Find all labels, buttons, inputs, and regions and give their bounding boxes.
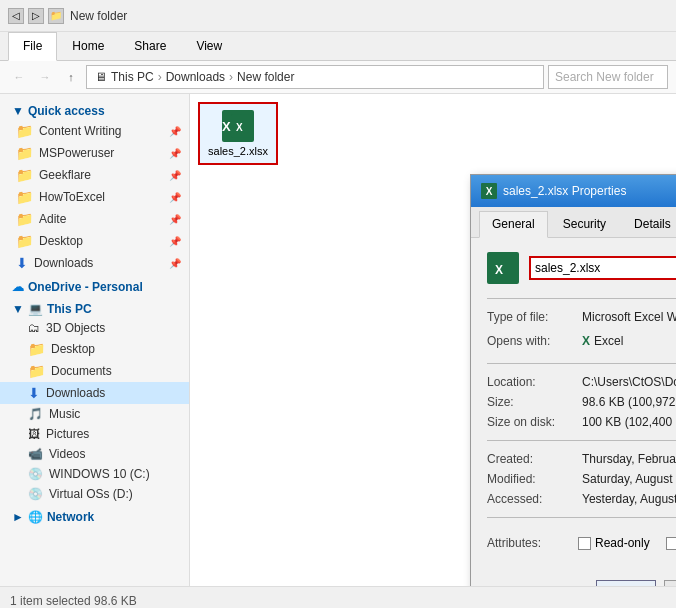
network-icon: 🌐 xyxy=(28,510,43,524)
modified-label: Modified: xyxy=(487,472,582,486)
forward-history-icon[interactable]: ▷ xyxy=(28,8,44,24)
dialog-tab-details[interactable]: Details xyxy=(621,211,676,237)
dialog-tabs: General Security Details Previous Versio… xyxy=(471,207,676,238)
size-row: Size: 98.6 KB (100,972 bytes) xyxy=(487,392,676,412)
sidebar-item-downloads[interactable]: ⬇ Downloads xyxy=(0,382,189,404)
created-value: Thursday, February 8, 2024, 2:36:28 AM xyxy=(582,452,676,466)
search-input[interactable] xyxy=(548,65,668,89)
videos-icon: 📹 xyxy=(28,447,43,461)
quick-access-expand-icon[interactable]: ▼ xyxy=(12,104,24,118)
breadcrumb-newfolder[interactable]: New folder xyxy=(237,70,294,84)
pin-icon: 📌 xyxy=(169,236,181,247)
breadcrumb-downloads[interactable]: Downloads xyxy=(166,70,225,84)
sidebar-item-howtoexcel[interactable]: 📁 HowToExcel 📌 xyxy=(0,186,189,208)
attributes-label: Attributes: xyxy=(487,536,572,550)
sidebar-item-3dobjects[interactable]: 🗂 3D Objects xyxy=(0,318,189,338)
sidebar-item-pictures[interactable]: 🖼 Pictures xyxy=(0,424,189,444)
ok-button[interactable]: OK xyxy=(596,580,656,586)
onedrive-section[interactable]: ☁ OneDrive - Personal xyxy=(0,274,189,296)
dialog-buttons: OK Cancel Apply xyxy=(471,572,676,586)
tab-file[interactable]: File xyxy=(8,32,57,61)
dialog-title-icon: X xyxy=(481,183,497,199)
folder-icon: 📁 xyxy=(16,233,33,249)
folder-icon: 📁 xyxy=(16,145,33,161)
hidden-check-box[interactable] xyxy=(666,537,676,550)
tab-share[interactable]: Share xyxy=(119,32,181,60)
pin-icon: 📌 xyxy=(169,214,181,225)
forward-button[interactable]: → xyxy=(34,66,56,88)
back-history-icon[interactable]: ◁ xyxy=(8,8,24,24)
pin-icon: 📌 xyxy=(169,258,181,269)
hidden-checkbox[interactable]: Hidden xyxy=(666,536,676,550)
ribbon: File Home Share View xyxy=(0,32,676,61)
sidebar-item-virtual-d[interactable]: 💿 Virtual OSs (D:) xyxy=(0,484,189,504)
main-layout: ▼ Quick access 📁 Content Writing 📌 📁 MSP… xyxy=(0,94,676,586)
created-row: Created: Thursday, February 8, 2024, 2:3… xyxy=(487,449,676,469)
size-value: 98.6 KB (100,972 bytes) xyxy=(582,395,676,409)
expand-icon[interactable]: ▼ xyxy=(12,302,24,316)
pin-icon: 📌 xyxy=(169,148,181,159)
sidebar-item-windows-c[interactable]: 💿 WINDOWS 10 (C:) xyxy=(0,464,189,484)
back-button[interactable]: ← xyxy=(8,66,30,88)
folder-icon: 📁 xyxy=(28,341,45,357)
properties-dialog: X sales_2.xlsx Properties ✕ General Secu… xyxy=(470,174,676,586)
sidebar-item-documents[interactable]: 📁 Documents xyxy=(0,360,189,382)
this-pc-section[interactable]: ▼ 💻 This PC xyxy=(0,296,189,318)
cancel-button[interactable]: Cancel xyxy=(664,580,676,586)
dialog-tab-security[interactable]: Security xyxy=(550,211,619,237)
opens-with-value: Excel xyxy=(594,334,676,348)
sidebar-item-downloads-qa[interactable]: ⬇ Downloads 📌 xyxy=(0,252,189,274)
up-button[interactable]: ↑ xyxy=(60,66,82,88)
opens-with-label: Opens with: xyxy=(487,334,582,348)
file-name-input[interactable] xyxy=(529,256,676,280)
sidebar-item-content-writing[interactable]: 📁 Content Writing 📌 xyxy=(0,120,189,142)
dialog-tab-general[interactable]: General xyxy=(479,211,548,238)
folder-icon: 📁 xyxy=(16,123,33,139)
readonly-checkbox[interactable]: Read-only xyxy=(578,536,650,550)
tab-home[interactable]: Home xyxy=(57,32,119,60)
network-section[interactable]: ► 🌐 Network xyxy=(0,504,189,526)
sidebar-item-geekflare[interactable]: 📁 Geekflare 📌 xyxy=(0,164,189,186)
breadcrumb[interactable]: 🖥 This PC › Downloads › New folder xyxy=(86,65,544,89)
folder-icon: 📁 xyxy=(16,167,33,183)
drive-c-icon: 💿 xyxy=(28,467,43,481)
dialog-titlebar: X sales_2.xlsx Properties ✕ xyxy=(471,175,676,207)
address-bar: ← → ↑ 🖥 This PC › Downloads › New folder xyxy=(0,61,676,94)
music-icon: 🎵 xyxy=(28,407,43,421)
readonly-check-box[interactable] xyxy=(578,537,591,550)
pin-icon: 📌 xyxy=(169,192,181,203)
excel-app-icon: X xyxy=(582,334,590,348)
folder-icon: 📁 xyxy=(28,363,45,379)
sidebar-item-mspoweruser[interactable]: 📁 MSPoweruser 📌 xyxy=(0,142,189,164)
file-name-row: X xyxy=(487,252,676,284)
opens-with-row: Opens with: X Excel Change... xyxy=(487,327,676,355)
breadcrumb-thispc[interactable]: This PC xyxy=(111,70,154,84)
attributes-row: Attributes: Read-only Hidden Advanced... xyxy=(487,526,676,558)
tab-view[interactable]: View xyxy=(181,32,237,60)
status-text: 1 item selected 98.6 KB xyxy=(10,594,137,608)
onedrive-icon: ☁ xyxy=(12,280,24,294)
modified-value: Saturday, August 17, 2024, 11:45:28 PM xyxy=(582,472,676,486)
type-of-file-row: Type of file: Microsoft Excel Worksheet … xyxy=(487,307,676,327)
location-value: C:\Users\CtOS\Downloads\New folder xyxy=(582,375,676,389)
sidebar-item-videos[interactable]: 📹 Videos xyxy=(0,444,189,464)
accessed-row: Accessed: Yesterday, August 17, 2024, 11… xyxy=(487,489,676,509)
quick-access-label: ▼ Quick access xyxy=(0,98,189,120)
divider xyxy=(487,298,676,299)
size-on-disk-label: Size on disk: xyxy=(487,415,582,429)
location-label: Location: xyxy=(487,375,582,389)
breadcrumb-icon: 🖥 xyxy=(95,70,107,84)
sidebar-item-music[interactable]: 🎵 Music xyxy=(0,404,189,424)
3dobjects-icon: 🗂 xyxy=(28,321,40,335)
download-folder-icon: ⬇ xyxy=(16,255,28,271)
divider3 xyxy=(487,440,676,441)
size-on-disk-row: Size on disk: 100 KB (102,400 bytes) xyxy=(487,412,676,432)
new-folder-icon[interactable]: 📁 xyxy=(48,8,64,24)
sidebar-item-adite[interactable]: 📁 Adite 📌 xyxy=(0,208,189,230)
svg-text:X: X xyxy=(495,263,503,277)
modified-row: Modified: Saturday, August 17, 2024, 11:… xyxy=(487,469,676,489)
sidebar-item-desktop[interactable]: 📁 Desktop xyxy=(0,338,189,360)
sidebar-item-desktop-qa[interactable]: 📁 Desktop 📌 xyxy=(0,230,189,252)
expand-icon[interactable]: ► xyxy=(12,510,24,524)
created-label: Created: xyxy=(487,452,582,466)
